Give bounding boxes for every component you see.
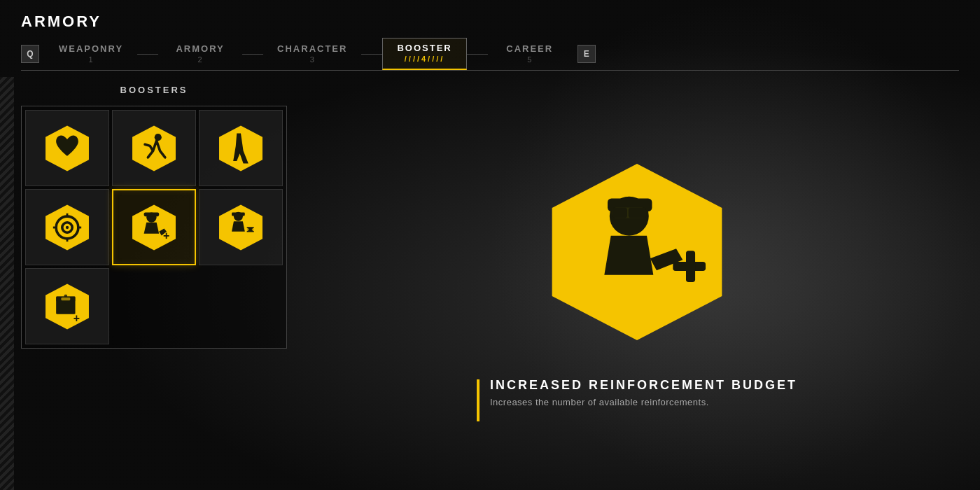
- booster-cell-supply-plus[interactable]: +: [25, 268, 109, 344]
- booster-cell-empty-2: [199, 268, 283, 344]
- svg-text:+: +: [163, 230, 169, 241]
- left-panel: BOOSTERS: [21, 85, 287, 477]
- navigation-tabs: Q WEAPONRY 1 ARMORY 2 CHARACTER 3 BOOSTE…: [21, 38, 959, 71]
- svg-rect-25: [61, 298, 70, 300]
- tab-armory[interactable]: ARMORY 2: [158, 39, 242, 69]
- tab-weaponry[interactable]: WEAPONRY 1: [45, 39, 137, 69]
- nav-key-e[interactable]: E: [578, 45, 596, 63]
- svg-rect-19: [247, 227, 254, 227]
- item-info: INCREASED REINFORCEMENT BUDGET Increases…: [477, 378, 797, 421]
- tab-armory-number: 2: [198, 55, 203, 64]
- svg-text:+: +: [74, 312, 80, 323]
- reinforce-swap-icon: [216, 202, 266, 253]
- tab-career-number: 5: [527, 55, 532, 64]
- tab-career-label: CAREER: [506, 43, 553, 54]
- tab-booster-label: BOOSTER: [397, 43, 451, 53]
- section-title: BOOSTERS: [21, 85, 287, 95]
- tab-career[interactable]: CAREER 5: [488, 39, 572, 69]
- svg-rect-34: [686, 251, 695, 282]
- sprint-icon: [129, 123, 179, 174]
- item-info-bar: [477, 379, 479, 421]
- item-info-text: INCREASED REINFORCEMENT BUDGET Increases…: [490, 378, 797, 407]
- tab-weaponry-number: 1: [88, 55, 93, 64]
- svg-rect-18: [232, 212, 245, 216]
- item-desc: Increases the number of available reinfo…: [490, 397, 797, 407]
- booster-cell-reinforce-swap[interactable]: [199, 189, 283, 265]
- tab-character[interactable]: CHARACTER 3: [263, 39, 361, 69]
- tab-separator-3: [361, 54, 382, 55]
- tab-booster-number: ////4////: [405, 55, 445, 63]
- tab-character-number: 3: [310, 55, 315, 64]
- booster-cell-reinforce-plus[interactable]: +: [112, 189, 196, 265]
- supply-plus-icon: +: [42, 281, 92, 332]
- svg-point-7: [66, 225, 69, 228]
- booster-cell-leg[interactable]: [199, 110, 283, 186]
- right-panel: INCREASED REINFORCEMENT BUDGET Increases…: [315, 85, 959, 477]
- main-area: BOOSTERS: [0, 71, 980, 490]
- app-title: ARMORY: [21, 13, 959, 31]
- tab-armory-label: ARMORY: [176, 43, 224, 54]
- leg-icon: [216, 123, 266, 174]
- booster-cell-sprint[interactable]: [112, 110, 196, 186]
- tab-booster[interactable]: BOOSTER ////4////: [382, 38, 466, 70]
- tab-weaponry-label: WEAPONRY: [59, 43, 123, 54]
- tab-separator-4: [467, 54, 488, 55]
- svg-rect-20: [247, 231, 254, 232]
- main-content: ARMORY Q WEAPONRY 1 ARMORY 2 CHARACTER 3…: [0, 0, 980, 490]
- header: ARMORY Q WEAPONRY 1 ARMORY 2 CHARACTER 3…: [0, 0, 980, 71]
- tab-separator-2: [242, 54, 263, 55]
- svg-point-2: [155, 134, 162, 141]
- tab-character-label: CHARACTER: [277, 43, 347, 54]
- reinforce-plus-small-icon: +: [129, 202, 179, 253]
- booster-grid-container: +: [21, 106, 287, 349]
- svg-rect-31: [612, 208, 627, 218]
- booster-cell-empty-1: [112, 268, 196, 344]
- tab-separator-1: [137, 54, 158, 55]
- booster-grid: +: [25, 110, 283, 344]
- booster-cell-target[interactable]: [25, 189, 109, 265]
- nav-key-q[interactable]: Q: [21, 45, 39, 63]
- booster-cell-health[interactable]: [25, 110, 109, 186]
- svg-rect-32: [629, 208, 646, 218]
- target-icon: [42, 202, 92, 253]
- svg-rect-14: [144, 212, 160, 216]
- large-booster-icon: [539, 154, 735, 350]
- health-icon: [42, 123, 92, 174]
- item-title: INCREASED REINFORCEMENT BUDGET: [490, 378, 797, 393]
